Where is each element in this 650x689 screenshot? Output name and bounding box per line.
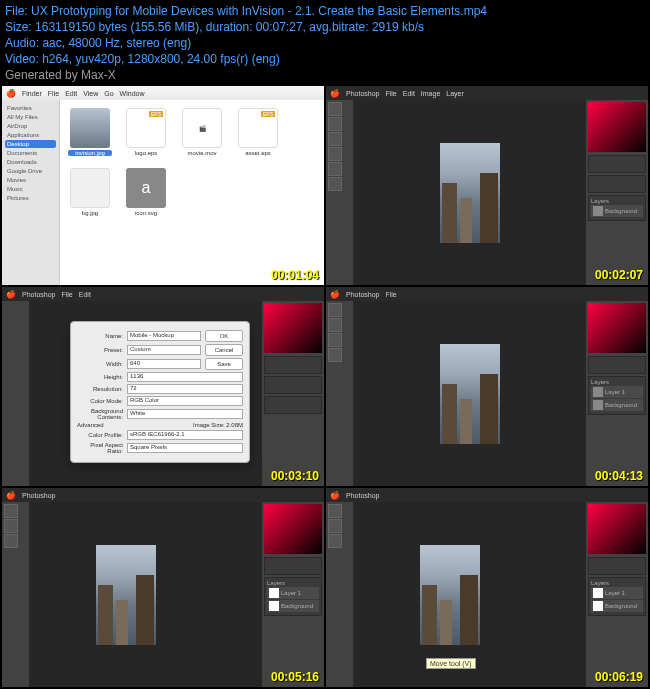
height-input[interactable]: 1136: [127, 372, 243, 382]
apple-icon: 🍎: [330, 491, 340, 500]
ps-panels: [262, 301, 324, 486]
layer-row[interactable]: Layer 1: [591, 386, 643, 398]
sidebar-item[interactable]: Downloads: [5, 158, 56, 166]
name-input[interactable]: Mobile - Mockup: [127, 331, 201, 341]
tool-icon[interactable]: [328, 318, 342, 332]
save-preset-button[interactable]: Save Preset...: [205, 358, 243, 370]
timestamp: 00:02:07: [595, 268, 643, 282]
color-picker[interactable]: [264, 303, 322, 353]
thumbnail-6: 🍎 Photoshop Layers Layer 1 Background Mo…: [326, 488, 648, 687]
thumbnail-3: 🍎 Photoshop File Edit Name:Mobile - Mock…: [2, 287, 324, 486]
ps-panels: Layers Background: [586, 100, 648, 285]
sidebar-item[interactable]: Documents: [5, 149, 56, 157]
canvas-image: [420, 545, 480, 645]
sidebar-item[interactable]: Favorites: [5, 104, 56, 112]
mac-menubar: 🍎 Photoshop File Edit: [2, 287, 324, 301]
resolution-input[interactable]: 72: [127, 384, 243, 394]
file-item[interactable]: 🎬movie.mov: [180, 108, 224, 156]
timestamp: 00:03:10: [271, 469, 319, 483]
thumbnail-1: 🍎 Finder File Edit View Go Window Favori…: [2, 86, 324, 285]
bg-select[interactable]: White: [127, 409, 243, 419]
aspect-select[interactable]: Square Pixels: [127, 443, 243, 453]
sidebar-item[interactable]: Music: [5, 185, 56, 193]
layer-row[interactable]: Background: [591, 600, 643, 612]
colormode-select[interactable]: RGB Color: [127, 396, 243, 406]
color-picker[interactable]: [588, 102, 646, 152]
apple-icon: 🍎: [6, 89, 16, 98]
tool-icon[interactable]: [328, 177, 342, 191]
apple-icon: 🍎: [330, 290, 340, 299]
cancel-button[interactable]: Cancel: [205, 344, 243, 356]
layer-row[interactable]: Layer 1: [591, 587, 643, 599]
timestamp: 00:05:16: [271, 670, 319, 684]
file-item[interactable]: logo.eps: [124, 108, 168, 156]
mac-menubar: 🍎 Photoshop: [2, 488, 324, 502]
canvas-image: [96, 545, 156, 645]
layer-row[interactable]: Layer 1: [267, 587, 319, 599]
ps-canvas[interactable]: [354, 301, 586, 486]
layer-row[interactable]: Background: [591, 205, 643, 217]
ok-button[interactable]: OK: [205, 330, 243, 342]
tool-icon[interactable]: [328, 117, 342, 131]
file-item[interactable]: asset.eps: [236, 108, 280, 156]
layers-panel: Layers Layer 1 Background: [264, 577, 322, 616]
mac-menubar: 🍎 Finder File Edit View Go Window: [2, 86, 324, 100]
tool-icon[interactable]: [328, 162, 342, 176]
tool-icon[interactable]: [328, 504, 342, 518]
ps-panels: Layers Layer 1 Background: [262, 502, 324, 687]
tool-icon[interactable]: [328, 333, 342, 347]
color-picker[interactable]: [264, 504, 322, 554]
tool-icon[interactable]: [328, 303, 342, 317]
video-label: Video:: [5, 52, 39, 66]
width-input[interactable]: 640: [127, 359, 201, 369]
layer-row[interactable]: Background: [267, 600, 319, 612]
finder-content: invision.jpg logo.eps 🎬movie.mov asset.e…: [60, 100, 324, 285]
layers-panel: Layers Background: [588, 195, 646, 221]
tool-icon[interactable]: [328, 132, 342, 146]
sidebar-item[interactable]: Google Drive: [5, 167, 56, 175]
thumbnail-4: 🍎 Photoshop File Layers Layer 1 Backgrou…: [326, 287, 648, 486]
sidebar-item[interactable]: Applications: [5, 131, 56, 139]
file-item[interactable]: bg.jpg: [68, 168, 112, 216]
apple-icon: 🍎: [330, 89, 340, 98]
ps-canvas[interactable]: [354, 100, 586, 285]
size-value: 163119150 bytes (155.56 MiB), duration: …: [35, 20, 424, 34]
tool-icon[interactable]: [4, 534, 18, 548]
ps-toolbox: [326, 100, 354, 285]
file-name: UX Prototyping for Mobile Devices with I…: [31, 4, 487, 18]
preset-select[interactable]: Custom: [127, 345, 201, 355]
sidebar-item[interactable]: Movies: [5, 176, 56, 184]
mac-menubar: 🍎 Photoshop File: [326, 287, 648, 301]
apple-icon: 🍎: [6, 491, 16, 500]
tool-icon[interactable]: [328, 348, 342, 362]
sidebar-item[interactable]: Desktop: [5, 140, 56, 148]
mac-menubar: 🍎 Photoshop File Edit Image Layer: [326, 86, 648, 100]
size-label: Size:: [5, 20, 32, 34]
ps-toolbox: [2, 301, 30, 486]
canvas-image: [440, 143, 500, 243]
timestamp: 00:04:13: [595, 469, 643, 483]
video-value: h264, yuv420p, 1280x800, 24.00 fps(r) (e…: [42, 52, 280, 66]
layer-row[interactable]: Background: [591, 399, 643, 411]
tool-icon[interactable]: [328, 147, 342, 161]
file-item[interactable]: invision.jpg: [68, 108, 112, 156]
file-item[interactable]: aicon.svg: [124, 168, 168, 216]
mac-menubar: 🍎 Photoshop: [326, 488, 648, 502]
ps-toolbox: [326, 301, 354, 486]
thumbnail-2: 🍎 Photoshop File Edit Image Layer Layers…: [326, 86, 648, 285]
sidebar-item[interactable]: Pictures: [5, 194, 56, 202]
tool-icon[interactable]: [4, 504, 18, 518]
sidebar-item[interactable]: All My Files: [5, 113, 56, 121]
tool-icon[interactable]: [4, 519, 18, 533]
tool-icon[interactable]: [328, 519, 342, 533]
ps-canvas[interactable]: [30, 502, 262, 687]
color-picker[interactable]: [588, 303, 646, 353]
panel: [588, 175, 646, 193]
ps-panels: Layers Layer 1 Background: [586, 502, 648, 687]
tool-icon[interactable]: [328, 534, 342, 548]
sidebar-item[interactable]: AirDrop: [5, 122, 56, 130]
profile-select[interactable]: sRGB IEC61966-2.1: [127, 430, 243, 440]
ps-panels: Layers Layer 1 Background: [586, 301, 648, 486]
tool-icon[interactable]: [328, 102, 342, 116]
color-picker[interactable]: [588, 504, 646, 554]
